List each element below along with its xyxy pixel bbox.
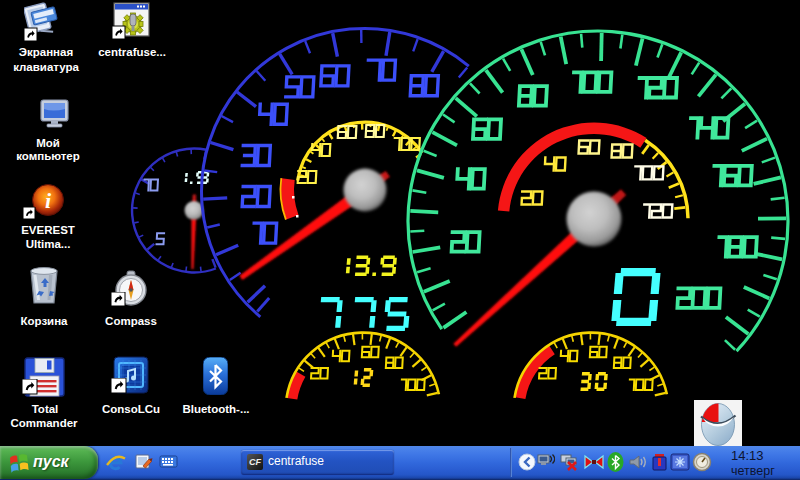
svg-text:i: i	[45, 188, 52, 213]
